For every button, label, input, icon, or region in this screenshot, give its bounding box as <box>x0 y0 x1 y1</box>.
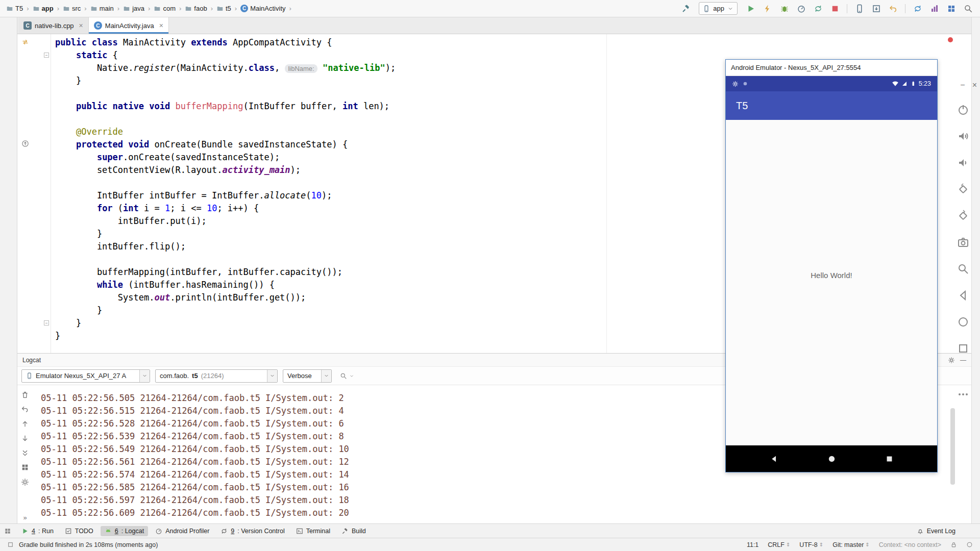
tab-mainactivity-java[interactable]: C MainActivity.java × <box>89 17 169 34</box>
code-line: @Override <box>55 126 396 138</box>
search-icon <box>964 4 973 13</box>
error-stripe-indicator[interactable] <box>948 37 953 42</box>
emulator-minimize-button[interactable]: − <box>960 81 965 90</box>
tab-native-lib-cpp[interactable]: C native-lib.cpp × <box>18 17 89 34</box>
make-project-button[interactable] <box>679 2 693 15</box>
toolwindow-button-event-log[interactable]: Event Log <box>917 528 955 535</box>
fold-marker[interactable]: − <box>44 320 49 325</box>
toolbar-overflow-chevron[interactable]: » <box>23 514 27 521</box>
run-button[interactable] <box>744 2 757 15</box>
breadcrumb-item-T5[interactable]: T5 <box>5 4 24 13</box>
clear-logcat-button[interactable] <box>21 390 29 399</box>
android-home-icon[interactable] <box>827 455 836 463</box>
power-button[interactable] <box>957 103 970 116</box>
print-button[interactable] <box>21 463 29 472</box>
scroll-up-button[interactable] <box>21 419 29 428</box>
git-branch-widget[interactable]: Git: master⇕ <box>832 541 870 548</box>
scroll-down-button[interactable] <box>21 434 29 443</box>
soft-wrap-button[interactable] <box>21 405 29 414</box>
android-overview-icon[interactable] <box>885 455 894 463</box>
code-line: } <box>55 74 396 87</box>
emulator-title-bar[interactable]: Android Emulator - Nexus_5X_API_27:5554 <box>726 60 937 76</box>
process-pid: (21264) <box>201 372 224 380</box>
search-everywhere-button[interactable] <box>961 2 975 15</box>
run-configuration-dropdown[interactable]: app <box>699 2 738 15</box>
breadcrumb-item-faob[interactable]: faob <box>184 4 208 13</box>
breadcrumb-separator: › <box>235 5 237 12</box>
play-icon <box>21 528 29 535</box>
code-line: intBuffer.put(i); <box>55 215 396 228</box>
status-bar: Gradle build finished in 2s 108ms (momen… <box>0 538 980 551</box>
toolwindow-button-android-profiler[interactable]: Android Profiler <box>151 526 213 536</box>
overriding-method-icon[interactable] <box>21 140 29 147</box>
toolwindow-button--run[interactable]: 4: Run <box>17 526 58 536</box>
caret-position-widget[interactable]: 11:1 <box>747 541 758 548</box>
context-widget[interactable]: Context: <no context> <box>879 541 941 548</box>
apply-changes-button[interactable] <box>761 2 774 15</box>
breadcrumb-item-java[interactable]: java <box>122 4 145 13</box>
native-mapping-marker-icon[interactable] <box>21 38 29 46</box>
stop-button[interactable] <box>828 2 842 15</box>
rotate-right-button[interactable] <box>957 209 970 222</box>
voldn-icon <box>957 157 969 169</box>
emulator-clock: 5:23 <box>919 80 931 87</box>
layout-inspector-button[interactable] <box>944 2 958 15</box>
mnemonic-number: 4 <box>32 528 35 535</box>
tab-close-icon[interactable]: × <box>159 22 163 29</box>
lock-icon[interactable] <box>950 541 957 548</box>
attach-debugger-button[interactable] <box>811 2 825 15</box>
logcat-line: 05-11 05:22:56.528 21264-21264/com.faob.… <box>41 417 349 430</box>
rotate-left-button[interactable] <box>957 183 970 196</box>
breadcrumb-item-app[interactable]: app <box>32 4 55 13</box>
line-separator-widget[interactable]: CRLF⇕ <box>768 541 790 548</box>
logcat-settings-button[interactable] <box>21 478 29 486</box>
logcat-process-select[interactable]: com.faob.t5 (21264) <box>155 369 278 383</box>
volume-up-button[interactable] <box>957 130 970 143</box>
profiler-button[interactable] <box>927 2 941 15</box>
volume-down-button[interactable] <box>957 156 970 169</box>
logcat-line: 05-11 05:22:56.515 21264-21264/com.faob.… <box>41 405 349 417</box>
status-message[interactable]: Gradle build finished in 2s 108ms (momen… <box>19 541 158 548</box>
encoding-widget[interactable]: UTF-8⇕ <box>799 541 823 548</box>
code-line <box>55 113 396 126</box>
breadcrumb-item-com[interactable]: com <box>153 4 177 13</box>
sync-project-button[interactable] <box>911 2 924 15</box>
breadcrumb-item-main[interactable]: main <box>89 4 115 13</box>
toolwindow-button-todo[interactable]: TODO <box>61 526 97 536</box>
toolwindow-button-build[interactable]: Build <box>337 526 370 536</box>
emulator-back-button[interactable] <box>957 289 970 302</box>
more-options-button[interactable] <box>957 388 970 401</box>
breadcrumb-item-MainActivity[interactable]: CMainActivity <box>239 4 286 13</box>
emulator-close-button[interactable]: × <box>972 81 977 90</box>
android-back-icon[interactable] <box>770 455 778 463</box>
avd-manager-button[interactable] <box>852 2 866 15</box>
fold-marker[interactable]: − <box>44 53 49 58</box>
toolbar-right-icons <box>744 2 975 15</box>
breadcrumb-item-src[interactable]: src <box>62 4 82 13</box>
code-line: } <box>55 228 396 240</box>
debug-button[interactable] <box>777 2 791 15</box>
folder-icon <box>216 5 224 12</box>
scroll-to-end-button[interactable] <box>21 448 29 457</box>
toolwindow-switcher-icon[interactable] <box>4 528 11 535</box>
profile-button[interactable] <box>794 2 808 15</box>
toolwindow-button-terminal[interactable]: Terminal <box>292 526 334 536</box>
emulator-overview-button[interactable] <box>957 342 970 355</box>
zoom-button[interactable] <box>957 262 970 276</box>
logcat-level-select[interactable]: Verbose <box>283 369 332 383</box>
logcat-device-select[interactable]: Emulator Nexus_5X_API_27 A <box>21 369 150 383</box>
toolwindow-button--version-control[interactable]: 9: Version Control <box>216 526 288 536</box>
breadcrumb-item-t5[interactable]: t5 <box>215 4 232 13</box>
logcat-output[interactable]: 05-11 05:22:56.505 21264-21264/com.faob.… <box>33 385 349 523</box>
logcat-search-input[interactable] <box>340 372 354 380</box>
sdk-manager-button[interactable] <box>869 2 883 15</box>
emulator-home-button[interactable] <box>957 315 970 329</box>
tab-close-icon[interactable]: × <box>79 22 83 29</box>
logcat-line: 05-11 05:22:56.561 21264-21264/com.faob.… <box>41 456 349 468</box>
undo-button[interactable] <box>886 2 900 15</box>
logcat-scrollbar[interactable] <box>950 408 955 485</box>
screenshot-button[interactable] <box>957 236 970 249</box>
toolwindow-button--logcat[interactable]: 6: Logcat <box>101 526 148 536</box>
logcat-line: 05-11 05:22:56.505 21264-21264/com.faob.… <box>41 392 349 405</box>
inspections-icon[interactable] <box>966 541 973 548</box>
